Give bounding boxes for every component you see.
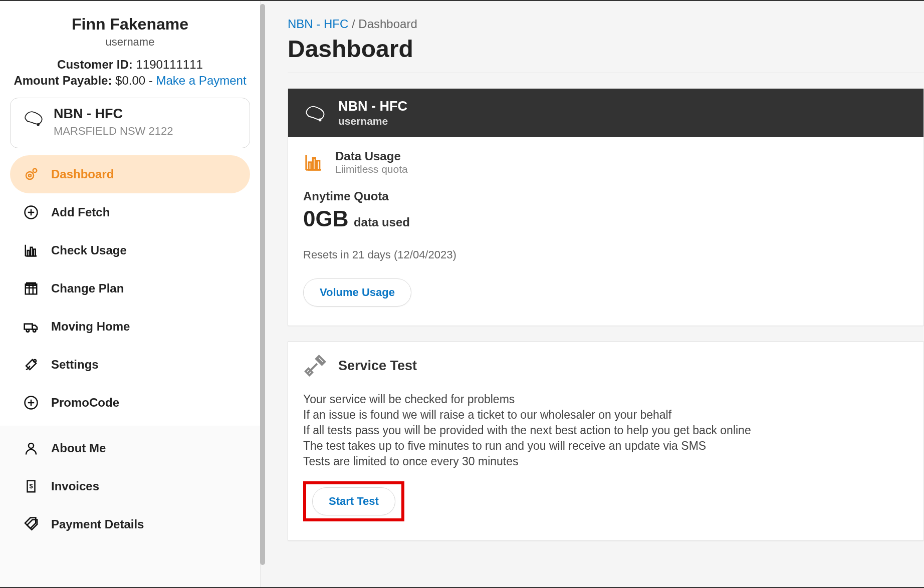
nav-settings[interactable]: Settings (10, 346, 250, 384)
customer-id: Customer ID: 1190111111 (10, 58, 250, 72)
highlight-annotation: Start Test (303, 481, 404, 521)
nav-dashboard[interactable]: Dashboard (10, 155, 250, 193)
invoice-icon: $ (22, 477, 40, 495)
nav-promocode[interactable]: PromoCode (10, 384, 250, 422)
person-icon (22, 439, 40, 457)
nav-label: PromoCode (51, 396, 119, 410)
nav-label: About Me (51, 441, 106, 455)
nav-label: Change Plan (51, 281, 124, 296)
service-name: NBN - HFC (54, 106, 239, 122)
breadcrumb-link[interactable]: NBN - HFC (288, 17, 348, 31)
divider (288, 73, 924, 73)
service-test-header: Service Test (303, 354, 908, 378)
svg-point-27 (319, 119, 321, 121)
svg-point-2 (29, 174, 31, 177)
primary-nav: Dashboard Add Fetch Check Usage Change P… (10, 155, 250, 422)
svg-point-18 (27, 329, 29, 332)
nav-label: Check Usage (51, 243, 127, 257)
svg-rect-32 (317, 161, 320, 170)
quota-value: 0GB data used (303, 206, 908, 231)
tags-icon (22, 515, 40, 533)
nav-label: Payment Details (51, 517, 144, 531)
data-usage-card: NBN - HFC username Data Usage Liimitless… (288, 88, 924, 326)
service-test-line2: If an issue is found we will raise a tic… (303, 407, 908, 423)
amount-payable: Amount Payable: $0.00 - Make a Payment (10, 74, 250, 88)
data-usage-title: Data Usage (335, 149, 408, 163)
gear-icon (22, 165, 40, 183)
nav-label: Settings (51, 358, 99, 372)
truck-icon (22, 318, 40, 336)
nav-about-me[interactable]: About Me (10, 429, 250, 467)
nav-payment-details[interactable]: Payment Details (10, 505, 250, 543)
data-usage-subtitle: Liimitless quota (335, 163, 408, 175)
service-test-line1: Your service will be checked for problem… (303, 392, 908, 407)
plus-circle-icon (22, 203, 40, 221)
breadcrumb: NBN - HFC / Dashboard (288, 17, 924, 31)
svg-rect-11 (34, 249, 36, 256)
nav-add-fetch[interactable]: Add Fetch (10, 193, 250, 231)
service-location: MARSFIELD NSW 2122 (54, 125, 239, 138)
user-name: Finn Fakename (10, 15, 250, 34)
svg-rect-30 (309, 162, 311, 170)
quota-suffix: data used (354, 215, 410, 229)
sidebar: Finn Fakename username Customer ID: 1190… (0, 1, 261, 587)
bar-chart-icon (22, 241, 40, 259)
australia-map-icon (303, 101, 327, 125)
tools-icon (303, 354, 327, 378)
card-header: NBN - HFC username (288, 89, 923, 137)
secondary-nav: About Me $ Invoices Payment Details (0, 426, 260, 587)
main-content: NBN - HFC / Dashboard Dashboard NBN - HF… (261, 1, 924, 587)
svg-rect-9 (28, 250, 30, 256)
plus-circle-icon (22, 394, 40, 412)
customer-id-label: Customer ID: (57, 58, 133, 71)
data-usage-header: Data Usage Liimitless quota (303, 149, 908, 175)
svg-point-19 (33, 329, 36, 332)
breadcrumb-sep: / (348, 17, 358, 31)
amount-label: Amount Payable: (14, 74, 112, 87)
nav-change-plan[interactable]: Change Plan (10, 269, 250, 308)
amount-value: $0.00 (115, 74, 145, 87)
nav-invoices[interactable]: $ Invoices (10, 467, 250, 505)
customer-id-value: 1190111111 (136, 58, 202, 71)
svg-rect-31 (313, 158, 315, 170)
nav-label: Dashboard (51, 167, 114, 181)
service-test-body: Your service will be checked for problem… (303, 392, 908, 469)
service-card[interactable]: NBN - HFC MARSFIELD NSW 2122 (10, 98, 250, 148)
svg-rect-10 (31, 247, 33, 256)
nav-moving-home[interactable]: Moving Home (10, 308, 250, 346)
user-block: Finn Fakename username Customer ID: 1190… (10, 15, 250, 88)
nav-check-usage[interactable]: Check Usage (10, 231, 250, 269)
service-test-line3: If all tests pass you will be provided w… (303, 423, 908, 438)
service-test-card: Service Test Your service will be checke… (288, 341, 924, 541)
amount-sep: - (145, 74, 156, 87)
calendar-icon (22, 279, 40, 298)
nav-label: Moving Home (51, 320, 130, 334)
quota-label: Anytime Quota (303, 189, 908, 203)
svg-rect-17 (25, 324, 33, 330)
scrollbar-thumb[interactable] (260, 4, 265, 565)
service-subtitle: username (338, 115, 407, 127)
user-login: username (10, 36, 250, 49)
breadcrumb-current: Dashboard (358, 17, 417, 31)
make-payment-link[interactable]: Make a Payment (156, 74, 247, 87)
svg-point-0 (37, 124, 39, 126)
start-test-button[interactable]: Start Test (312, 487, 395, 515)
sidebar-scrollbar[interactable] (260, 4, 265, 565)
svg-text:$: $ (30, 483, 33, 490)
service-test-line5: Tests are limited to once every 30 minut… (303, 454, 908, 469)
quota-amount: 0GB (303, 206, 348, 231)
page-title: Dashboard (288, 35, 924, 63)
svg-point-24 (29, 443, 34, 448)
svg-point-1 (26, 172, 34, 179)
nav-label: Add Fetch (51, 205, 110, 219)
service-title: NBN - HFC (338, 99, 407, 114)
reset-text: Resets in 21 days (12/04/2023) (303, 248, 908, 261)
nav-label: Invoices (51, 479, 99, 493)
svg-point-3 (33, 169, 37, 173)
bar-chart-icon (303, 152, 324, 173)
volume-usage-button[interactable]: Volume Usage (303, 278, 411, 307)
service-test-line4: The test takes up to five minutes to run… (303, 438, 908, 454)
service-test-title: Service Test (338, 358, 417, 374)
svg-point-20 (34, 360, 36, 362)
tools-icon (22, 356, 40, 374)
